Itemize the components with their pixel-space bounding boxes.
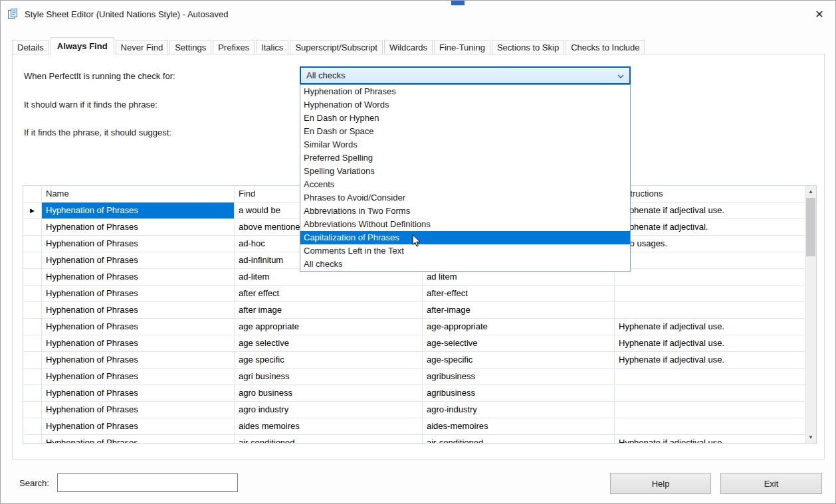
cell-suggest[interactable]: air-conditioned <box>423 435 615 443</box>
cell-suggest[interactable]: agro-industry <box>423 402 615 418</box>
dropdown-option-en-dash-or-hyphen[interactable]: En Dash or Hyphen <box>300 112 630 125</box>
dropdown-option-phrases-to-avoid-consider[interactable]: Phrases to Avoid/Consider <box>300 191 630 205</box>
cell-find[interactable]: agro business <box>235 385 423 402</box>
row-selector-cell[interactable]: ▶ <box>23 203 42 219</box>
tab-sections-to-skip[interactable]: Sections to Skip <box>492 40 564 54</box>
dropdown-option-hyphenation-of-words[interactable]: Hyphenation of Words <box>300 98 630 112</box>
row-selector-cell[interactable] <box>23 302 42 319</box>
cell-instructions[interactable] <box>615 302 805 319</box>
cell-name[interactable]: Hyphenation of Phrases <box>42 418 235 435</box>
checks-combobox[interactable]: All checks <box>300 66 631 84</box>
cell-instructions[interactable]: Hyphenate if adjectival use. <box>615 203 805 219</box>
cell-find[interactable]: after image <box>235 302 423 319</box>
tab-italics[interactable]: Italics <box>256 40 288 54</box>
cell-instructions[interactable] <box>615 418 805 435</box>
dropdown-option-comments-left-in-the-text[interactable]: Comments Left in the Text <box>300 244 630 258</box>
cell-name[interactable]: Hyphenation of Phrases <box>42 203 235 219</box>
cell-instructions[interactable]: Two usages. <box>615 236 805 252</box>
cell-name[interactable]: Hyphenation of Phrases <box>42 286 235 302</box>
cell-suggest[interactable]: after-effect <box>423 286 615 302</box>
cell-find[interactable]: age specific <box>235 352 423 369</box>
row-selector-cell[interactable] <box>23 335 42 352</box>
cell-instructions[interactable]: Hyphenate if adjectival use. <box>615 435 805 443</box>
cell-name[interactable]: Hyphenation of Phrases <box>42 435 235 443</box>
cell-name[interactable]: Hyphenation of Phrases <box>42 219 235 236</box>
close-button[interactable]: ✕ <box>812 7 827 21</box>
cell-name[interactable]: Hyphenation of Phrases <box>42 319 235 335</box>
vertical-scrollbar[interactable]: ▲ ▼ <box>805 186 816 443</box>
cell-instructions[interactable]: Hyphenate if adjectival use. <box>615 319 805 335</box>
cell-name[interactable]: Hyphenation of Phrases <box>42 236 235 252</box>
dropdown-option-capitalization-of-phrases[interactable]: Capitalization of Phrases <box>300 231 630 244</box>
cell-suggest[interactable]: agribusiness <box>423 369 615 385</box>
cell-instructions[interactable] <box>615 286 805 302</box>
row-selector-cell[interactable] <box>23 418 42 435</box>
cell-suggest[interactable]: after-image <box>423 302 615 319</box>
row-selector-cell[interactable] <box>23 252 42 269</box>
column-header-name[interactable]: Name <box>42 186 235 203</box>
tab-details[interactable]: Details <box>12 40 49 54</box>
tab-wildcards[interactable]: Wildcards <box>384 40 433 54</box>
row-selector-cell[interactable] <box>23 402 42 418</box>
tab-prefixes[interactable]: Prefixes <box>213 40 255 54</box>
scrollbar-thumb[interactable] <box>806 198 815 256</box>
tab-always-find[interactable]: Always Find <box>51 37 114 54</box>
search-input[interactable] <box>57 473 238 492</box>
cell-instructions[interactable] <box>615 369 805 385</box>
cell-find[interactable]: after effect <box>235 286 423 302</box>
row-selector-cell[interactable] <box>23 269 42 286</box>
dropdown-option-abbreviations-without-definitions[interactable]: Abbreviations Without Definitions <box>300 218 630 231</box>
cell-name[interactable]: Hyphenation of Phrases <box>42 302 235 319</box>
row-selector-cell[interactable] <box>23 219 42 236</box>
dropdown-option-accents[interactable]: Accents <box>300 178 630 191</box>
cell-instructions[interactable] <box>615 385 805 402</box>
cell-suggest[interactable]: age-selective <box>423 335 615 352</box>
cell-name[interactable]: Hyphenation of Phrases <box>42 385 235 402</box>
cell-instructions[interactable] <box>615 269 805 286</box>
cell-find[interactable]: agri business <box>235 369 423 385</box>
row-selector-cell[interactable] <box>23 369 42 385</box>
dropdown-option-abbreviations-in-two-forms[interactable]: Abbreviations in Two Forms <box>300 205 630 218</box>
cell-instructions[interactable]: Hyphenate if adjectival. <box>615 219 805 236</box>
dropdown-option-all-checks[interactable]: All checks <box>300 258 630 271</box>
cell-name[interactable]: Hyphenation of Phrases <box>42 352 235 369</box>
cell-instructions[interactable] <box>615 252 805 269</box>
cell-name[interactable]: Hyphenation of Phrases <box>42 252 235 269</box>
row-selector-cell[interactable] <box>23 435 42 443</box>
tab-checks-to-include[interactable]: Checks to Include <box>566 40 645 54</box>
column-header-instructions[interactable]: Instructions <box>615 186 805 203</box>
grid-corner-cell[interactable] <box>23 186 42 203</box>
row-selector-cell[interactable] <box>23 236 42 252</box>
tab-superscript-subscript[interactable]: Superscript/Subscript <box>290 40 383 54</box>
cell-instructions[interactable]: Hyphenate if adjectival use. <box>615 352 805 369</box>
cell-suggest[interactable]: age-specific <box>423 352 615 369</box>
tab-settings[interactable]: Settings <box>169 40 211 54</box>
row-selector-cell[interactable] <box>23 286 42 302</box>
cell-name[interactable]: Hyphenation of Phrases <box>42 402 235 418</box>
cell-suggest[interactable]: aides-memoires <box>423 418 615 435</box>
scrollbar-down-icon[interactable]: ▼ <box>805 432 816 443</box>
cell-find[interactable]: age appropriate <box>235 319 423 335</box>
cell-find[interactable]: age selective <box>235 335 423 352</box>
scrollbar-up-icon[interactable]: ▲ <box>805 186 816 197</box>
cell-instructions[interactable]: Hyphenate if adjectival use. <box>615 335 805 352</box>
cell-name[interactable]: Hyphenation of Phrases <box>42 335 235 352</box>
cell-suggest[interactable]: agribusiness <box>423 385 615 402</box>
cell-name[interactable]: Hyphenation of Phrases <box>42 269 235 286</box>
dropdown-option-en-dash-or-space[interactable]: En Dash or Space <box>300 125 630 138</box>
row-selector-cell[interactable] <box>23 385 42 402</box>
cell-suggest[interactable]: age-appropriate <box>423 319 615 335</box>
tab-never-find[interactable]: Never Find <box>116 40 169 54</box>
row-selector-cell[interactable] <box>23 319 42 335</box>
row-selector-cell[interactable] <box>23 352 42 369</box>
cell-instructions[interactable] <box>615 402 805 418</box>
cell-find[interactable]: air conditioned <box>235 435 423 443</box>
dropdown-option-hyphenation-of-phrases[interactable]: Hyphenation of Phrases <box>300 85 630 98</box>
dropdown-option-spelling-variations[interactable]: Spelling Variations <box>300 165 630 178</box>
cell-find[interactable]: agro industry <box>235 402 423 418</box>
cell-find[interactable]: aides memoires <box>235 418 423 435</box>
cell-name[interactable]: Hyphenation of Phrases <box>42 369 235 385</box>
exit-button[interactable]: Exit <box>720 473 822 494</box>
help-button[interactable]: Help <box>610 473 711 494</box>
dropdown-option-preferred-spelling[interactable]: Preferred Spelling <box>300 151 630 165</box>
